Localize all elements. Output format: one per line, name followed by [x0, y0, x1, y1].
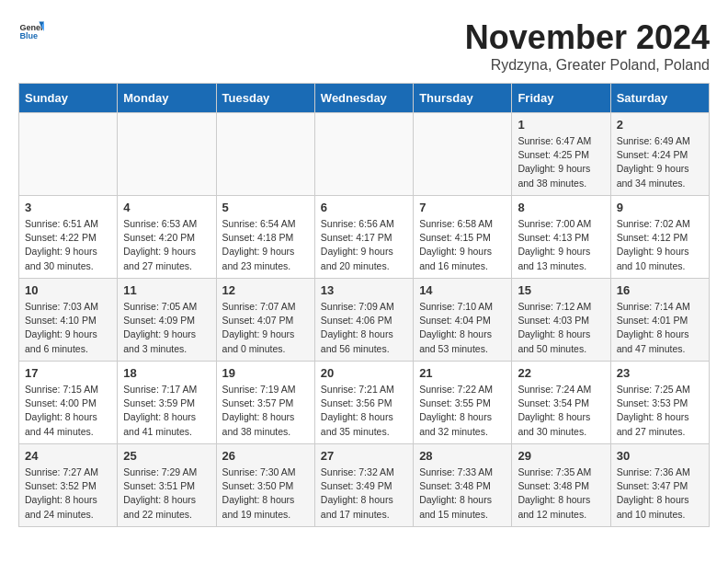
table-row: 22Sunrise: 7:24 AM Sunset: 3:54 PM Dayli… [512, 362, 610, 444]
table-row: 6Sunrise: 6:56 AM Sunset: 4:17 PM Daylig… [314, 196, 413, 279]
day-number: 20 [321, 366, 407, 380]
table-row: 29Sunrise: 7:35 AM Sunset: 3:48 PM Dayli… [512, 444, 610, 527]
day-info: Sunrise: 6:47 AM Sunset: 4:25 PM Dayligh… [518, 134, 604, 190]
day-number: 4 [123, 201, 210, 214]
day-info: Sunrise: 7:22 AM Sunset: 3:55 PM Dayligh… [419, 383, 506, 439]
day-info: Sunrise: 6:58 AM Sunset: 4:15 PM Dayligh… [419, 217, 506, 273]
table-row: 11Sunrise: 7:05 AM Sunset: 4:09 PM Dayli… [118, 279, 216, 362]
svg-text:Blue: Blue [19, 31, 38, 40]
table-row: 1Sunrise: 6:47 AM Sunset: 4:25 PM Daylig… [512, 113, 610, 196]
day-number: 2 [617, 118, 703, 132]
day-info: Sunrise: 7:03 AM Sunset: 4:10 PM Dayligh… [25, 300, 111, 356]
table-row [19, 113, 118, 196]
table-row: 16Sunrise: 7:14 AM Sunset: 4:01 PM Dayli… [610, 279, 709, 362]
table-row: 7Sunrise: 6:58 AM Sunset: 4:15 PM Daylig… [414, 196, 512, 279]
day-number: 30 [617, 449, 703, 463]
table-row: 10Sunrise: 7:03 AM Sunset: 4:10 PM Dayli… [19, 279, 118, 362]
table-row [414, 113, 512, 196]
day-number: 8 [518, 201, 604, 214]
day-info: Sunrise: 7:36 AM Sunset: 3:47 PM Dayligh… [617, 465, 703, 522]
table-row: 23Sunrise: 7:25 AM Sunset: 3:53 PM Dayli… [610, 362, 709, 444]
day-info: Sunrise: 7:35 AM Sunset: 3:48 PM Dayligh… [518, 465, 604, 522]
day-info: Sunrise: 7:30 AM Sunset: 3:50 PM Dayligh… [222, 465, 309, 522]
day-number: 3 [25, 201, 111, 214]
table-row [314, 113, 413, 196]
day-number: 11 [123, 283, 210, 297]
day-number: 16 [617, 283, 703, 297]
day-number: 25 [123, 449, 210, 463]
table-row: 5Sunrise: 6:54 AM Sunset: 4:18 PM Daylig… [216, 196, 314, 279]
day-number: 5 [222, 201, 309, 214]
day-number: 12 [222, 283, 309, 297]
table-row: 12Sunrise: 7:07 AM Sunset: 4:07 PM Dayli… [216, 279, 314, 362]
day-info: Sunrise: 6:53 AM Sunset: 4:20 PM Dayligh… [123, 217, 210, 273]
day-info: Sunrise: 7:33 AM Sunset: 3:48 PM Dayligh… [419, 465, 506, 522]
day-number: 19 [222, 366, 309, 380]
day-number: 29 [518, 449, 604, 463]
day-info: Sunrise: 7:24 AM Sunset: 3:54 PM Dayligh… [518, 383, 604, 439]
day-info: Sunrise: 7:14 AM Sunset: 4:01 PM Dayligh… [617, 300, 703, 356]
day-number: 21 [419, 366, 506, 380]
calendar-subtitle: Rydzyna, Greater Poland, Poland [465, 57, 710, 74]
calendar-title: November 2024 [465, 18, 710, 57]
header-monday: Monday [118, 84, 216, 113]
day-number: 14 [419, 283, 506, 297]
logo: General Blue [18, 18, 44, 44]
page-header: General Blue November 2024 Rydzyna, Grea… [18, 18, 710, 74]
calendar-week-row: 3Sunrise: 6:51 AM Sunset: 4:22 PM Daylig… [19, 196, 710, 279]
day-number: 9 [617, 201, 703, 214]
calendar-table: Sunday Monday Tuesday Wednesday Thursday… [18, 83, 710, 527]
day-number: 17 [25, 366, 111, 380]
day-info: Sunrise: 7:27 AM Sunset: 3:52 PM Dayligh… [25, 465, 111, 522]
day-number: 27 [321, 449, 407, 463]
table-row [118, 113, 216, 196]
day-info: Sunrise: 7:17 AM Sunset: 3:59 PM Dayligh… [123, 383, 210, 439]
day-info: Sunrise: 6:54 AM Sunset: 4:18 PM Dayligh… [222, 217, 309, 273]
day-number: 6 [321, 201, 407, 214]
table-row: 20Sunrise: 7:21 AM Sunset: 3:56 PM Dayli… [314, 362, 413, 444]
day-info: Sunrise: 6:51 AM Sunset: 4:22 PM Dayligh… [25, 217, 111, 273]
day-info: Sunrise: 7:32 AM Sunset: 3:49 PM Dayligh… [321, 465, 407, 522]
calendar-week-row: 10Sunrise: 7:03 AM Sunset: 4:10 PM Dayli… [19, 279, 710, 362]
table-row: 14Sunrise: 7:10 AM Sunset: 4:04 PM Dayli… [414, 279, 512, 362]
day-info: Sunrise: 7:25 AM Sunset: 3:53 PM Dayligh… [617, 383, 703, 439]
calendar-week-row: 24Sunrise: 7:27 AM Sunset: 3:52 PM Dayli… [19, 444, 710, 527]
day-info: Sunrise: 6:49 AM Sunset: 4:24 PM Dayligh… [617, 134, 703, 190]
day-info: Sunrise: 7:29 AM Sunset: 3:51 PM Dayligh… [123, 465, 210, 522]
logo-icon: General Blue [18, 18, 44, 44]
table-row: 8Sunrise: 7:00 AM Sunset: 4:13 PM Daylig… [512, 196, 610, 279]
day-number: 10 [25, 283, 111, 297]
table-row: 21Sunrise: 7:22 AM Sunset: 3:55 PM Dayli… [414, 362, 512, 444]
day-number: 22 [518, 366, 604, 380]
day-info: Sunrise: 7:21 AM Sunset: 3:56 PM Dayligh… [321, 383, 407, 439]
header-friday: Friday [512, 84, 610, 113]
day-info: Sunrise: 7:02 AM Sunset: 4:12 PM Dayligh… [617, 217, 703, 273]
table-row: 30Sunrise: 7:36 AM Sunset: 3:47 PM Dayli… [610, 444, 709, 527]
day-info: Sunrise: 7:10 AM Sunset: 4:04 PM Dayligh… [419, 300, 506, 356]
table-row: 27Sunrise: 7:32 AM Sunset: 3:49 PM Dayli… [314, 444, 413, 527]
header-sunday: Sunday [19, 84, 118, 113]
day-number: 28 [419, 449, 506, 463]
table-row: 19Sunrise: 7:19 AM Sunset: 3:57 PM Dayli… [216, 362, 314, 444]
table-row: 2Sunrise: 6:49 AM Sunset: 4:24 PM Daylig… [610, 113, 709, 196]
day-number: 7 [419, 201, 506, 214]
header-saturday: Saturday [610, 84, 709, 113]
day-info: Sunrise: 7:15 AM Sunset: 4:00 PM Dayligh… [25, 383, 111, 439]
day-info: Sunrise: 7:00 AM Sunset: 4:13 PM Dayligh… [518, 217, 604, 273]
table-row: 9Sunrise: 7:02 AM Sunset: 4:12 PM Daylig… [610, 196, 709, 279]
table-row: 17Sunrise: 7:15 AM Sunset: 4:00 PM Dayli… [19, 362, 118, 444]
day-info: Sunrise: 7:05 AM Sunset: 4:09 PM Dayligh… [123, 300, 210, 356]
day-number: 24 [25, 449, 111, 463]
table-row: 26Sunrise: 7:30 AM Sunset: 3:50 PM Dayli… [216, 444, 314, 527]
calendar-week-row: 1Sunrise: 6:47 AM Sunset: 4:25 PM Daylig… [19, 113, 710, 196]
day-info: Sunrise: 7:09 AM Sunset: 4:06 PM Dayligh… [321, 300, 407, 356]
title-section: November 2024 Rydzyna, Greater Poland, P… [465, 18, 710, 74]
day-number: 18 [123, 366, 210, 380]
table-row: 4Sunrise: 6:53 AM Sunset: 4:20 PM Daylig… [118, 196, 216, 279]
table-row [216, 113, 314, 196]
table-row: 3Sunrise: 6:51 AM Sunset: 4:22 PM Daylig… [19, 196, 118, 279]
day-info: Sunrise: 7:19 AM Sunset: 3:57 PM Dayligh… [222, 383, 309, 439]
header-wednesday: Wednesday [314, 84, 413, 113]
day-number: 26 [222, 449, 309, 463]
day-number: 23 [617, 366, 703, 380]
